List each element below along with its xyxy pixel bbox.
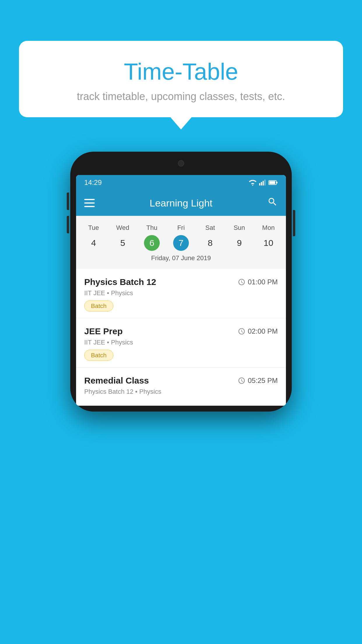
day-header-tue: Tue [79, 222, 108, 234]
schedule-item-1-header: Physics Batch 12 01:00 PM [84, 277, 278, 287]
schedule-item-1-subtitle: IIT JEE • Physics [84, 289, 278, 297]
phone-body: 14:29 [70, 152, 292, 412]
day-7-selected[interactable]: 7 [173, 235, 189, 251]
schedule-item-2-subtitle: IIT JEE • Physics [84, 339, 278, 346]
schedule-item-2[interactable]: JEE Prep 02:00 PM IIT JEE • Physics Batc… [76, 318, 286, 368]
calendar-section: Tue Wed Thu Fri Sat Sun Mon 4 5 6 7 8 9 … [76, 216, 286, 269]
status-time: 14:29 [84, 178, 102, 187]
day-header-mon: Mon [254, 222, 283, 234]
day-header-fri: Fri [166, 222, 196, 234]
day-header-sun: Sun [225, 222, 254, 234]
clock-icon-2 [238, 328, 245, 335]
svg-rect-3 [264, 180, 266, 186]
schedule-item-3-time: 05:25 PM [238, 377, 278, 385]
search-button[interactable] [267, 197, 278, 209]
schedule-item-3-subtitle: Physics Batch 12 • Physics [84, 388, 278, 396]
speech-bubble-section: Time-Table track timetable, upcoming cla… [19, 41, 343, 117]
phone-top-bar [76, 158, 286, 175]
schedule-item-3-title: Remedial Class [84, 376, 149, 386]
schedule-item-1-title: Physics Batch 12 [84, 277, 156, 287]
batch-badge-1: Batch [84, 300, 113, 312]
svg-rect-6 [277, 182, 277, 183]
schedule-item-1-time: 01:00 PM [238, 278, 278, 286]
svg-rect-2 [263, 181, 264, 186]
svg-rect-5 [269, 181, 275, 184]
day-header-sat: Sat [196, 222, 225, 234]
phone-notch [162, 158, 200, 169]
status-bar: 14:29 [76, 175, 286, 190]
day-5[interactable]: 5 [108, 235, 137, 251]
power-button [293, 210, 295, 236]
day-numbers-row: 4 5 6 7 8 9 10 [76, 235, 286, 251]
wifi-icon [249, 179, 257, 186]
hamburger-menu-button[interactable] [84, 199, 95, 207]
selected-date-label: Friday, 07 June 2019 [76, 251, 286, 266]
batch-badge-2: Batch [84, 350, 113, 361]
clock-icon-1 [238, 278, 245, 286]
schedule-item-1[interactable]: Physics Batch 12 01:00 PM IIT JEE • Phys… [76, 269, 286, 318]
svg-rect-0 [259, 183, 260, 186]
hamburger-line-1 [84, 199, 95, 200]
day-8[interactable]: 8 [196, 235, 225, 251]
day-9[interactable]: 9 [225, 235, 254, 251]
app-bar-title: Learning Light [103, 197, 259, 209]
day-header-thu: Thu [137, 222, 166, 234]
phone-screen: 14:29 [76, 175, 286, 406]
day-4[interactable]: 4 [79, 235, 108, 251]
day-headers-row: Tue Wed Thu Fri Sat Sun Mon [76, 222, 286, 234]
schedule-list: Physics Batch 12 01:00 PM IIT JEE • Phys… [76, 269, 286, 406]
volume-down-button [67, 216, 69, 233]
battery-icon [268, 180, 278, 185]
app-bar: Learning Light [76, 190, 286, 216]
hamburger-line-3 [84, 206, 95, 207]
clock-icon-3 [238, 377, 245, 384]
day-header-wed: Wed [108, 222, 137, 234]
volume-up-button [67, 192, 69, 210]
signal-icon [259, 179, 266, 186]
phone-mockup: 14:29 [70, 152, 292, 412]
svg-rect-1 [261, 182, 262, 186]
schedule-item-3[interactable]: Remedial Class 05:25 PM Physics Batch 12… [76, 368, 286, 406]
front-camera [178, 160, 184, 167]
hamburger-line-2 [84, 202, 95, 204]
schedule-item-2-header: JEE Prep 02:00 PM [84, 326, 278, 336]
schedule-item-3-header: Remedial Class 05:25 PM [84, 376, 278, 386]
bubble-title: Time-Table [36, 58, 326, 85]
status-icons [249, 179, 278, 186]
speech-bubble: Time-Table track timetable, upcoming cla… [19, 41, 343, 117]
day-10[interactable]: 10 [254, 235, 283, 251]
bubble-subtitle: track timetable, upcoming classes, tests… [36, 90, 326, 103]
schedule-item-2-title: JEE Prep [84, 326, 123, 336]
schedule-item-2-time: 02:00 PM [238, 327, 278, 335]
day-6-today[interactable]: 6 [144, 235, 160, 251]
